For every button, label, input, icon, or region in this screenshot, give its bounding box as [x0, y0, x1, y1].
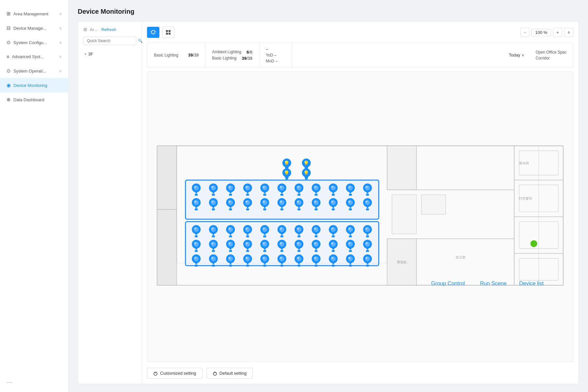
svg-rect-24	[421, 195, 446, 214]
sidebar: ⊞ Area Management ∨ ⊟ Device Manage... ∨…	[0, 0, 69, 392]
tree-item-label: 3F	[88, 52, 93, 57]
page-title: Device Monitoring	[78, 8, 579, 15]
svg-rect-7	[157, 146, 177, 209]
tree-item-3f[interactable]: ▾ 3F	[83, 50, 136, 58]
chevron-down-icon: ∨	[59, 69, 62, 73]
toolbar: - 100 % + ∧	[147, 27, 573, 38]
refresh-button[interactable]: Refresh	[101, 27, 116, 32]
svg-rect-1	[166, 30, 168, 32]
svg-rect-3	[166, 33, 168, 35]
svg-rect-8	[157, 209, 177, 285]
panel-header-text: Ar...	[90, 27, 97, 32]
sidebar-item-label: System Configu...	[13, 40, 47, 45]
sidebar-item-system-config[interactable]: ⊙ System Configu... ∨	[0, 35, 68, 50]
sidebar-item-device-monitoring[interactable]: ◉ Device Monitoring	[0, 78, 68, 92]
tree-expand-icon: ▾	[85, 52, 86, 56]
svg-rect-23	[392, 195, 416, 234]
sidebar-item-label: System Operati...	[13, 69, 46, 74]
sidebar-item-label: Device Monitoring	[13, 83, 47, 88]
chevron-down-icon: ∨	[59, 12, 62, 16]
stats-basic-lighting: Basic Lighting 39/39	[147, 43, 205, 67]
customized-setting-label: Customized setting	[160, 371, 196, 376]
yod-label: YoD –	[266, 53, 285, 57]
zoom-in-button[interactable]: +	[553, 28, 562, 37]
basic-lighting-label: Basic Lighting	[154, 53, 178, 57]
svg-text:打印复印: 打印复印	[519, 197, 532, 200]
default-setting-label: Default setting	[220, 371, 247, 376]
svg-text:Run Scene: Run Scene	[480, 280, 506, 286]
ambient-lighting-value: 6/6	[247, 50, 253, 55]
toolbar-right: - 100 % + ∧	[520, 28, 573, 37]
action-bar: Customized setting Default setting	[147, 367, 573, 379]
sidebar-item-device-management[interactable]: ⊟ Device Manage... ∨	[0, 21, 68, 35]
svg-rect-44	[147, 145, 149, 147]
mod-label: MoD –	[266, 59, 285, 63]
power-icon2	[213, 371, 217, 376]
today-label: Today	[509, 53, 520, 57]
search-input[interactable]	[87, 39, 136, 43]
sidebar-item-area-management[interactable]: ⊞ Area Management ∨	[0, 7, 68, 21]
location-label2: Corridor	[536, 56, 567, 60]
floor-plan-svg: 茶水间 打印复印 警觉机 全立室 💡 💡	[147, 72, 573, 362]
chevron-down-icon: ∨	[59, 26, 62, 30]
panel-header-icon: ⊞	[83, 27, 87, 32]
panel-header: ⊞ Ar... Refresh	[83, 27, 136, 32]
search-box[interactable]: 🔍	[83, 37, 136, 45]
today-dropdown[interactable]: Today ∨	[504, 43, 529, 67]
svg-text:💡: 💡	[284, 170, 290, 176]
main-content: Device Monitoring ⊞ Ar... Refresh 🔍 ▾ 3F	[69, 0, 588, 392]
svg-text:警觉机: 警觉机	[397, 260, 407, 264]
sidebar-item-label: Area Management	[13, 11, 48, 16]
ambient-lighting-label: Ambient Lighting	[212, 50, 241, 54]
device-management-icon: ⊟	[7, 25, 11, 31]
svg-rect-16	[387, 146, 416, 190]
basic-lighting-value: 39/39	[188, 53, 199, 57]
svg-text:全立室: 全立室	[456, 255, 466, 259]
svg-rect-2	[169, 30, 171, 32]
sidebar-item-system-operation[interactable]: ⊙ System Operati... ∨	[0, 64, 68, 78]
svg-text:茶水间: 茶水间	[519, 161, 529, 165]
svg-point-43	[147, 135, 152, 143]
data-dashboard-icon: ⊕	[7, 97, 11, 103]
system-config-icon: ⊙	[7, 40, 11, 45]
svg-marker-39	[285, 177, 289, 180]
sidebar-item-data-dashboard[interactable]: ⊕ Data Dashboard	[0, 92, 68, 107]
system-operation-icon: ⊙	[7, 68, 11, 74]
stats-location: Open Office Spac Corridor	[529, 43, 573, 67]
svg-rect-4	[169, 33, 171, 35]
chevron-down-icon: ∨	[59, 41, 62, 45]
svg-text:💡: 💡	[303, 160, 309, 166]
default-setting-button[interactable]: Default setting	[206, 368, 253, 379]
sidebar-item-label: Advanced Syst...	[12, 54, 44, 59]
svg-text:Device list: Device list	[519, 280, 544, 286]
grid-view-button[interactable]	[162, 27, 174, 38]
content-card: ⊞ Ar... Refresh 🔍 ▾ 3F	[78, 21, 579, 384]
today-chevron-icon: ∨	[522, 53, 524, 57]
sidebar-item-label: Data Dashboard	[13, 97, 44, 102]
svg-point-45	[147, 137, 150, 141]
stats-yod-mod: – YoD – MoD –	[259, 43, 292, 67]
zoom-level: 100 %	[531, 29, 551, 36]
chevron-down-icon: ∨	[59, 55, 62, 59]
collapse-button[interactable]: ∧	[564, 28, 573, 37]
basic-lighting-value2: 39/39	[242, 56, 253, 61]
sidebar-item-advanced-system[interactable]: ≡ Advanced Syst... ∨	[0, 50, 68, 64]
dash-value: –	[266, 47, 285, 52]
svg-text:Group Control: Group Control	[431, 280, 465, 286]
svg-marker-42	[304, 177, 308, 180]
sidebar-item-label: Device Manage...	[13, 26, 46, 31]
customized-setting-button[interactable]: Customized setting	[147, 368, 203, 379]
light-view-button[interactable]	[147, 27, 159, 38]
basic-lighting-label2: Basic Lighting	[212, 56, 237, 60]
svg-text:💡: 💡	[303, 170, 309, 176]
map-area[interactable]: 茶水间 打印复印 警觉机 全立室 💡 💡	[147, 72, 573, 362]
area-management-icon: ⊞	[7, 11, 11, 17]
zoom-out-button[interactable]: -	[520, 28, 530, 37]
right-panel: - 100 % + ∧ Basic Lighting 39/39 Ambient…	[142, 22, 579, 384]
device-monitoring-icon: ◉	[7, 82, 11, 88]
svg-text:💡: 💡	[284, 160, 290, 166]
power-icon	[153, 371, 158, 376]
svg-point-47	[531, 240, 537, 247]
action-buttons: Customized setting Default setting	[147, 368, 253, 379]
stats-bar: Basic Lighting 39/39 Ambient Lighting 6/…	[147, 42, 573, 68]
